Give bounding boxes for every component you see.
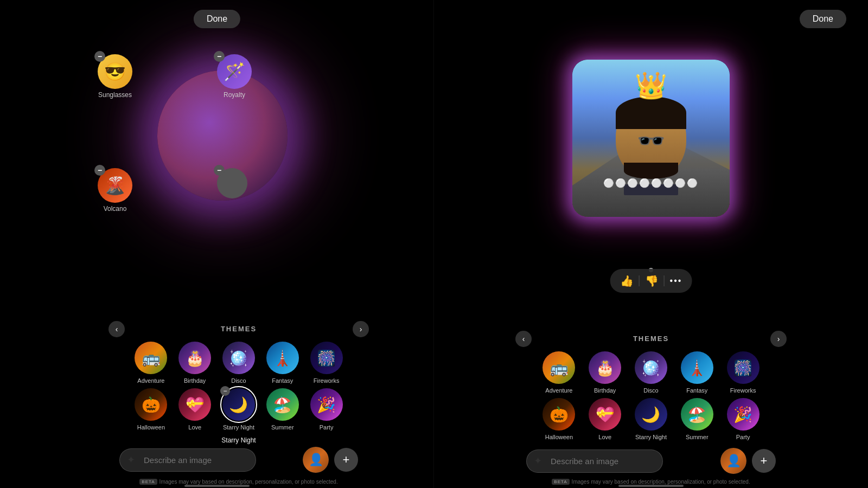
right-add-button[interactable]: + — [752, 449, 776, 473]
theme-birthday[interactable]: 🎂 Birthday — [174, 342, 216, 384]
right-theme-summer[interactable]: 🏖️ Summer — [675, 398, 719, 440]
left-themes-header: ‹ THEMES › — [130, 325, 347, 333]
remove-empty-badge[interactable]: − — [214, 165, 225, 176]
like-button[interactable]: 👍 — [620, 274, 634, 287]
right-theme-disco[interactable]: 🪩 Disco — [629, 351, 673, 394]
right-themes-section: ‹ THEMES › 🚌 Adventure 🎂 Birthday 🪩 Disc… — [537, 335, 765, 445]
right-themes-header: ‹ THEMES › — [537, 335, 765, 343]
right-beta-tag: BETA — [552, 479, 569, 485]
action-bar: 👍 👎 ••• — [610, 269, 692, 293]
right-disclaimer-text: Images may vary based on description, pe… — [572, 479, 750, 485]
left-panel: Done 😎 − Sunglasses 🪄 − Royalty 🌋 − — [0, 0, 434, 488]
right-scroll-indicator — [618, 485, 684, 487]
action-divider-2 — [664, 275, 665, 286]
theme-halloween[interactable]: 🎃 Halloween — [130, 388, 172, 431]
left-input-bar: ✦ 👤 + — [119, 447, 358, 473]
left-themes-next-button[interactable]: › — [353, 321, 369, 337]
sticker-royalty[interactable]: 🪄 − Royalty — [217, 54, 252, 99]
right-avatar-button[interactable]: 👤 — [720, 448, 746, 474]
right-input-bar: ✦ 👤 + — [526, 448, 776, 474]
left-describe-input[interactable] — [119, 448, 256, 472]
left-themes-prev-button[interactable]: ‹ — [108, 321, 125, 337]
left-themes-row1: 🚌 Adventure 🎂 Birthday 🪩 Disco 🗼 Fantasy… — [130, 342, 347, 384]
left-beta-disclaimer: BETA Images may vary based on descriptio… — [119, 479, 358, 485]
theme-adventure[interactable]: 🚌 Adventure — [130, 342, 172, 384]
left-avatar-button[interactable]: 👤 — [303, 447, 329, 473]
generated-image-glow: 👑 🕶️ ⚪⚪⚪⚪⚪⚪⚪⚪ — [572, 60, 730, 217]
right-themes-row1: 🚌 Adventure 🎂 Birthday 🪩 Disco 🗼 Fantasy… — [537, 351, 765, 394]
right-theme-starrynight[interactable]: 🌙 Starry Night — [629, 398, 673, 440]
left-selected-theme-name: Starry Night — [130, 435, 347, 445]
left-input-wrapper: ✦ — [119, 448, 297, 472]
sunglasses-label: Sunglasses — [98, 91, 132, 99]
right-theme-love[interactable]: 💝 Love — [583, 398, 627, 440]
right-themes-next-button[interactable]: › — [770, 331, 787, 347]
right-panel: Done 👑 🕶️ — [434, 0, 868, 488]
right-theme-birthday[interactable]: 🎂 Birthday — [583, 351, 627, 394]
left-themes-title: THEMES — [221, 325, 257, 333]
right-theme-party[interactable]: 🎉 Party — [721, 398, 765, 440]
theme-fireworks[interactable]: 🎆 Fireworks — [305, 342, 347, 384]
right-theme-halloween[interactable]: 🎃 Halloween — [537, 398, 581, 440]
left-themes-row2: 🎃 Halloween 💝 Love 🌙 − Starry Night 🏖️ S… — [130, 388, 347, 431]
sticker-sunglasses[interactable]: 😎 − Sunglasses — [98, 54, 132, 99]
theme-disco[interactable]: 🪩 Disco — [218, 342, 260, 384]
theme-love[interactable]: 💝 Love — [174, 388, 216, 431]
right-done-button[interactable]: Done — [800, 10, 846, 28]
theme-starrynight-selected[interactable]: 🌙 − Starry Night — [218, 388, 260, 431]
volcano-label: Volcano — [104, 205, 127, 213]
right-beta-disclaimer: BETA Images may vary based on descriptio… — [532, 479, 770, 485]
right-themes-title: THEMES — [633, 335, 669, 343]
left-scroll-indicator — [184, 485, 250, 487]
sticker-empty-slot[interactable]: − — [217, 168, 247, 198]
right-input-wrapper: ✦ — [526, 450, 715, 473]
right-avatar-image: 👤 — [720, 448, 746, 474]
theme-summer[interactable]: 🏖️ Summer — [261, 388, 303, 431]
action-divider — [639, 275, 640, 286]
dislike-button[interactable]: 👎 — [645, 274, 659, 287]
left-done-button[interactable]: Done — [194, 10, 240, 28]
right-themes-row2: 🎃 Halloween 💝 Love 🌙 Starry Night 🏖️ Sum… — [537, 398, 765, 440]
left-disclaimer-text: Images may vary based on description, pe… — [159, 479, 338, 485]
royalty-label: Royalty — [224, 91, 245, 99]
sticker-volcano[interactable]: 🌋 − Volcano — [98, 168, 132, 213]
orb-area: 😎 − Sunglasses 🪄 − Royalty 🌋 − Volcano − — [141, 54, 315, 228]
remove-sunglasses-badge[interactable]: − — [94, 51, 105, 62]
right-describe-input[interactable] — [526, 450, 663, 473]
right-themes-prev-button[interactable]: ‹ — [515, 331, 532, 347]
right-theme-fantasy[interactable]: 🗼 Fantasy — [675, 351, 719, 394]
theme-fantasy[interactable]: 🗼 Fantasy — [261, 342, 303, 384]
right-theme-fireworks[interactable]: 🎆 Fireworks — [721, 351, 765, 394]
generated-image: 👑 🕶️ ⚪⚪⚪⚪⚪⚪⚪⚪ — [572, 60, 730, 217]
left-avatar-image: 👤 — [303, 447, 329, 473]
left-beta-tag: BETA — [139, 479, 157, 485]
remove-starrynight-badge[interactable]: − — [220, 386, 230, 396]
remove-volcano-badge[interactable]: − — [94, 165, 105, 176]
right-theme-adventure[interactable]: 🚌 Adventure — [537, 351, 581, 394]
left-themes-section: ‹ THEMES › 🚌 Adventure 🎂 Birthday 🪩 Disc… — [130, 325, 347, 445]
left-add-button[interactable]: + — [334, 448, 358, 472]
generated-image-wrapper: 👑 🕶️ ⚪⚪⚪⚪⚪⚪⚪⚪ — [572, 60, 730, 217]
theme-party[interactable]: 🎉 Party — [305, 388, 347, 431]
remove-royalty-badge[interactable]: − — [214, 51, 225, 62]
more-options-button[interactable]: ••• — [670, 274, 682, 287]
